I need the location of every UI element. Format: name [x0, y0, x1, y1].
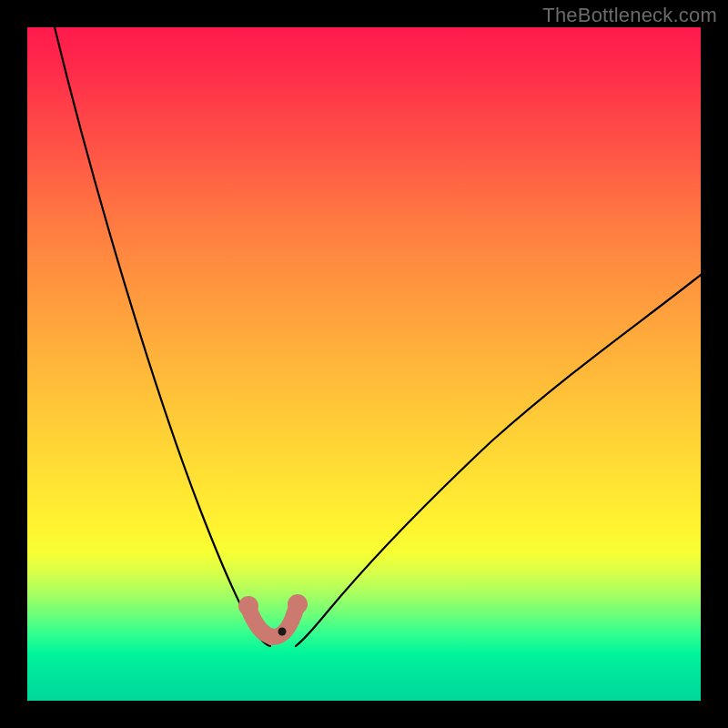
left-curve	[55, 27, 270, 646]
watermark-text: TheBottleneck.com	[542, 4, 717, 27]
valley-highlight-left-dot	[238, 596, 258, 616]
valley-center-dot	[278, 628, 287, 636]
valley-highlight-right-dot	[288, 594, 308, 614]
right-curve	[296, 275, 701, 646]
chart-svg	[27, 27, 701, 701]
chart-frame	[27, 27, 701, 701]
